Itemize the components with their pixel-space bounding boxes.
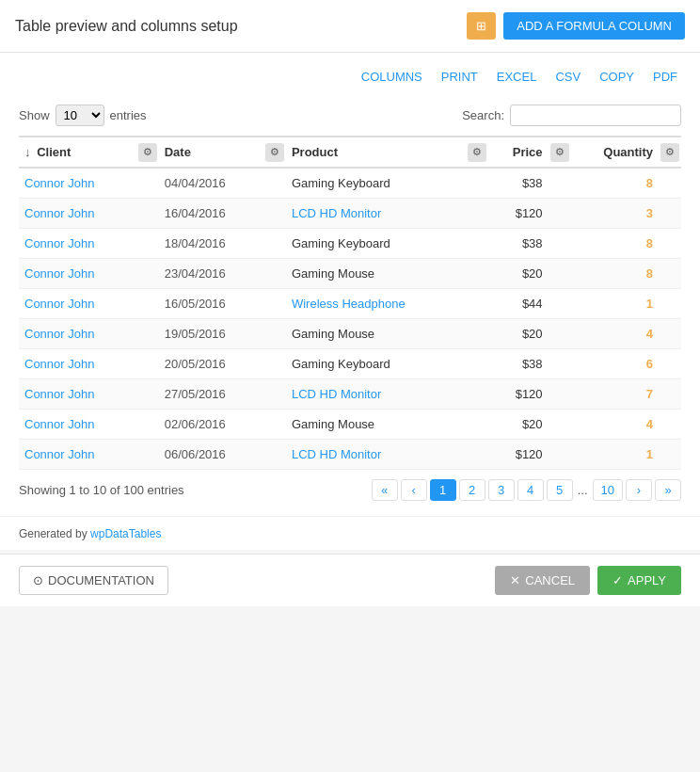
pdf-button[interactable]: PDF <box>649 68 681 86</box>
product-gear-button[interactable]: ⚙ <box>468 143 486 162</box>
price-cell: $38 <box>488 168 548 199</box>
date-cell: 06/06/2016 <box>159 440 263 470</box>
search-input[interactable] <box>510 105 681 126</box>
page-4-button[interactable]: 4 <box>517 479 544 501</box>
quantity-gear-cell <box>659 349 681 379</box>
price-gear-th: ⚙ <box>549 137 571 168</box>
date-gear-cell <box>263 289 286 319</box>
formula-icon-button[interactable]: ⊞ <box>467 12 496 40</box>
quantity-cell: 7 <box>571 379 659 410</box>
add-formula-column-button[interactable]: ADD A FORMULA COLUMN <box>503 12 685 40</box>
product-gear-cell <box>466 410 488 440</box>
date-gear-cell <box>263 410 286 440</box>
client-cell: Connor John <box>19 289 136 319</box>
next-page-button[interactable]: › <box>626 479 652 501</box>
quantity-cell: 4 <box>571 410 659 440</box>
csv-button[interactable]: CSV <box>551 68 584 86</box>
product-cell: LCD HD Monitor <box>286 379 466 410</box>
client-header: ↓ Client <box>19 137 136 168</box>
header-actions: ⊞ ADD A FORMULA COLUMN <box>467 12 685 40</box>
quantity-gear-button[interactable]: ⚙ <box>660 143 679 162</box>
price-gear-cell <box>549 319 571 349</box>
date-gear-button[interactable]: ⚙ <box>265 143 284 162</box>
table-row: Connor John 19/05/2016 Gaming Mouse $20 … <box>19 319 681 349</box>
product-cell: Gaming Keyboard <box>286 229 466 259</box>
apply-button[interactable]: ✓ APPLY <box>597 566 681 595</box>
table-row: Connor John 18/04/2016 Gaming Keyboard $… <box>19 229 681 259</box>
table-row: Connor John 02/06/2016 Gaming Mouse $20 … <box>19 410 681 440</box>
date-gear-th: ⚙ <box>263 137 286 168</box>
date-gear-cell <box>263 319 286 349</box>
first-page-button[interactable]: « <box>372 479 398 501</box>
table-row: Connor John 16/04/2016 LCD HD Monitor $1… <box>19 199 681 229</box>
page-1-button[interactable]: 1 <box>430 479 456 501</box>
table-row: Connor John 27/05/2016 LCD HD Monitor $1… <box>19 379 681 410</box>
excel-button[interactable]: EXCEL <box>493 68 541 86</box>
client-gear-cell <box>136 349 159 379</box>
date-cell: 18/04/2016 <box>159 229 263 259</box>
client-gear-cell <box>136 168 159 199</box>
product-gear-th: ⚙ <box>466 137 488 168</box>
table-row: Connor John 16/05/2016 Wireless Headphon… <box>19 289 681 319</box>
documentation-button[interactable]: ⊙ DOCUMENTATION <box>19 566 168 595</box>
date-gear-cell <box>263 349 286 379</box>
date-cell: 16/04/2016 <box>159 199 263 229</box>
print-button[interactable]: PRINT <box>438 68 482 86</box>
price-cell: $38 <box>488 229 548 259</box>
table-row: Connor John 06/06/2016 LCD HD Monitor $1… <box>19 440 681 470</box>
product-cell: Gaming Keyboard <box>286 349 466 379</box>
columns-button[interactable]: COLUMNS <box>358 68 426 86</box>
client-gear-cell <box>136 289 159 319</box>
price-gear-button[interactable]: ⚙ <box>550 143 569 162</box>
date-cell: 19/05/2016 <box>159 319 263 349</box>
price-cell: $20 <box>488 319 548 349</box>
main-content: COLUMNS PRINT EXCEL CSV COPY PDF Show 10… <box>0 53 700 516</box>
page-10-button[interactable]: 10 <box>593 479 623 501</box>
client-gear-button[interactable]: ⚙ <box>138 143 157 162</box>
copy-button[interactable]: COPY <box>596 68 638 86</box>
price-cell: $120 <box>488 199 548 229</box>
quantity-gear-cell <box>659 259 681 289</box>
last-page-button[interactable]: » <box>655 479 681 501</box>
client-gear-cell <box>136 319 159 349</box>
date-cell: 04/04/2016 <box>159 168 263 199</box>
product-gear-cell <box>466 289 488 319</box>
quantity-cell: 3 <box>571 199 659 229</box>
quantity-gear-cell <box>659 440 681 470</box>
page-3-button[interactable]: 3 <box>488 479 515 501</box>
table-row: Connor John 04/04/2016 Gaming Keyboard $… <box>19 168 681 199</box>
entries-select[interactable]: 10 25 50 100 <box>56 105 104 126</box>
table-row: Connor John 23/04/2016 Gaming Mouse $20 … <box>19 259 681 289</box>
client-cell: Connor John <box>19 440 136 470</box>
page-5-button[interactable]: 5 <box>547 479 573 501</box>
entries-label: entries <box>110 108 147 122</box>
product-gear-cell <box>466 379 488 410</box>
wpdatatables-link[interactable]: wpDataTables <box>90 527 161 540</box>
quantity-cell: 1 <box>571 289 659 319</box>
price-gear-cell <box>549 440 571 470</box>
quantity-gear-cell <box>659 199 681 229</box>
quantity-gear-th: ⚙ <box>659 137 681 168</box>
quantity-gear-cell <box>659 289 681 319</box>
apply-icon: ✓ <box>612 573 623 587</box>
price-gear-cell <box>549 349 571 379</box>
date-cell: 20/05/2016 <box>159 349 263 379</box>
quantity-cell: 1 <box>571 440 659 470</box>
client-cell: Connor John <box>19 199 136 229</box>
prev-page-button[interactable]: ‹ <box>401 479 427 501</box>
client-gear-th: ⚙ <box>136 137 159 168</box>
cancel-button[interactable]: ✕ CANCEL <box>495 566 590 595</box>
search-box: Search: <box>462 105 681 126</box>
client-gear-cell <box>136 440 159 470</box>
show-entries-control: Show 10 25 50 100 entries <box>19 105 147 126</box>
table-row: Connor John 20/05/2016 Gaming Keyboard $… <box>19 349 681 379</box>
price-gear-cell <box>549 229 571 259</box>
page-2-button[interactable]: 2 <box>459 479 485 501</box>
product-gear-cell <box>466 259 488 289</box>
client-gear-cell <box>136 259 159 289</box>
date-gear-cell <box>263 168 286 199</box>
client-cell: Connor John <box>19 259 136 289</box>
table-toolbar: COLUMNS PRINT EXCEL CSV COPY PDF <box>19 68 681 93</box>
product-gear-cell <box>466 199 488 229</box>
product-cell: Gaming Keyboard <box>286 168 466 199</box>
